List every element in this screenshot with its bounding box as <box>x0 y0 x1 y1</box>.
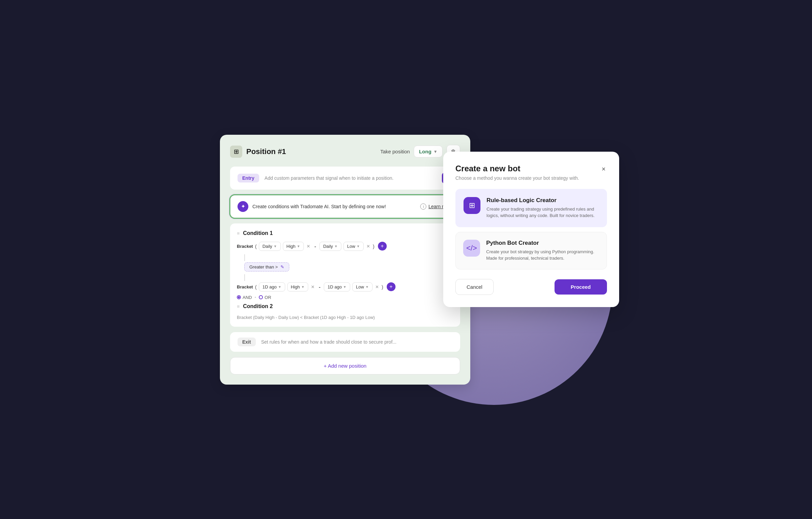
position-card: ⊞ Position #1 Take position Long ▼ 🗑 Ent… <box>220 135 470 385</box>
python-option[interactable]: </> Python Bot Creator Create your bot s… <box>455 232 607 269</box>
position-title-group: ⊞ Position #1 <box>230 146 286 158</box>
position-icon: ⊞ <box>230 146 242 158</box>
and-option[interactable]: AND <box>237 295 252 300</box>
condition2-expression: Bracket (Daily High - Daily Low) < Brack… <box>237 315 453 320</box>
minus-sign-1: - <box>314 243 316 249</box>
entry-section: Entry Add custom parameters that signal … <box>230 167 460 190</box>
add-chip-2[interactable]: + <box>387 282 396 291</box>
close-paren-1: ) <box>373 243 375 249</box>
chevron-icon: ▼ <box>297 244 300 248</box>
high-dropdown-1[interactable]: High ▼ <box>283 242 304 251</box>
close-icon: × <box>602 165 606 173</box>
and-or-group: AND • OR <box>237 295 453 300</box>
entry-header: Entry Add custom parameters that signal … <box>238 173 453 183</box>
position-title: Position #1 <box>246 147 286 156</box>
bracket-label-1: Bracket <box>237 244 253 249</box>
modal-header-text: Create a new bot Choose a method you wan… <box>455 164 579 181</box>
python-content: Python Bot Creator Create your bot strat… <box>486 240 599 262</box>
rule-based-option[interactable]: ⊞ Rule-based Logic Creator Create your t… <box>455 189 607 227</box>
rule-based-desc: Create your trading strategy using prede… <box>487 206 599 219</box>
connector-line-2 <box>244 274 245 281</box>
create-bot-modal: Create a new bot Choose a method you wan… <box>443 152 619 307</box>
ai-banner: ✦ Create conditions with Tradomate AI. S… <box>230 195 460 218</box>
take-position-label: Take position <box>380 149 410 154</box>
exit-badge[interactable]: Exit <box>238 338 256 346</box>
modal-subtitle: Choose a method you wanna create your bo… <box>455 175 579 181</box>
python-icon: </> <box>463 240 480 257</box>
greater-than-text: Greater than > <box>249 264 278 269</box>
bracket-label-2: Bracket <box>237 284 253 289</box>
remove-high-1[interactable]: ✕ <box>306 244 311 249</box>
greater-than-badge: Greater than > ✎ <box>244 262 289 272</box>
add-chip-1[interactable]: + <box>378 242 387 251</box>
python-title: Python Bot Creator <box>486 240 599 246</box>
chevron-icon: ▼ <box>278 285 281 289</box>
python-desc: Create your bot strategy by using Python… <box>486 248 599 262</box>
rule-based-content: Rule-based Logic Creator Create your tra… <box>487 197 599 219</box>
or-label: OR <box>265 295 271 300</box>
condition1-title: Condition 1 <box>243 230 273 236</box>
minus-sign-2: - <box>319 284 320 290</box>
high-dropdown-2[interactable]: High ▼ <box>287 282 309 291</box>
1d-ago-dropdown-1[interactable]: 1D ago ▼ <box>259 282 285 291</box>
long-label: Long <box>419 149 431 154</box>
chevron-icon: ▼ <box>274 244 277 248</box>
condition1-header: ≡ Condition 1 <box>237 230 453 236</box>
ai-banner-text: Create conditions with Tradomate AI. Sta… <box>252 204 386 209</box>
daily-dropdown-1[interactable]: Daily ▼ <box>259 242 281 251</box>
long-dropdown[interactable]: Long ▼ <box>414 146 443 157</box>
open-paren-1: ( <box>255 243 257 249</box>
modal-title: Create a new bot <box>455 164 579 173</box>
drag-handle-2-icon: ≡ <box>237 304 240 309</box>
entry-badge[interactable]: Entry <box>238 174 259 182</box>
info-icon: i <box>420 203 426 210</box>
rule-based-title: Rule-based Logic Creator <box>487 197 599 204</box>
modal-overlay: Create a new bot Choose a method you wan… <box>443 152 619 307</box>
chevron-icon: ▼ <box>301 285 304 289</box>
close-paren-2: ) <box>382 284 383 290</box>
low-dropdown-1[interactable]: Low ▼ <box>343 242 364 251</box>
1d-ago-dropdown-2[interactable]: 1D ago ▼ <box>324 282 350 291</box>
chevron-icon: ▼ <box>343 285 346 289</box>
chevron-icon: ▼ <box>357 244 360 248</box>
ai-sparkle-icon: ✦ <box>238 201 248 212</box>
bracket-row-2: Bracket ( 1D ago ▼ High ▼ ✕ - 1D ago ▼ L… <box>237 282 453 291</box>
position-header: ⊞ Position #1 Take position Long ▼ 🗑 <box>230 145 460 158</box>
or-radio[interactable] <box>259 295 263 299</box>
and-label: AND <box>243 295 252 300</box>
chevron-down-icon: ▼ <box>433 149 437 154</box>
rule-based-icon: ⊞ <box>464 197 480 214</box>
ai-banner-left: ✦ Create conditions with Tradomate AI. S… <box>238 201 386 212</box>
modal-footer: Cancel Proceed <box>455 279 607 295</box>
modal-header: Create a new bot Choose a method you wan… <box>455 164 607 181</box>
conditions-area: ≡ Condition 1 Bracket ( Daily ▼ High ▼ ✕… <box>230 223 460 327</box>
add-position-bar[interactable]: + Add new position <box>230 357 460 374</box>
proceed-button[interactable]: Proceed <box>555 279 607 295</box>
bracket-row-1: Bracket ( Daily ▼ High ▼ ✕ - Daily ▼ Low <box>237 242 453 251</box>
low-dropdown-2[interactable]: Low ▼ <box>352 282 373 291</box>
exit-description: Set rules for when and how a trade shoul… <box>261 339 397 345</box>
exit-section: Exit Set rules for when and how a trade … <box>230 332 460 352</box>
condition2-title: Condition 2 <box>243 303 273 309</box>
chevron-icon: ▼ <box>365 285 369 289</box>
edit-icon[interactable]: ✎ <box>280 264 284 269</box>
connector-line-1 <box>244 254 245 261</box>
and-radio[interactable] <box>237 295 241 299</box>
entry-description: Add custom parameters that signal when t… <box>265 175 442 181</box>
separator: • <box>254 295 256 300</box>
remove-high-2[interactable]: ✕ <box>310 284 315 289</box>
condition2-header: ≡ Condition 2 <box>237 303 453 309</box>
cancel-button[interactable]: Cancel <box>455 279 494 295</box>
remove-low-2[interactable]: ✕ <box>375 284 380 289</box>
drag-handle-icon: ≡ <box>237 231 240 236</box>
remove-low-1[interactable]: ✕ <box>366 244 371 249</box>
modal-close-button[interactable]: × <box>600 164 607 174</box>
or-option[interactable]: OR <box>259 295 271 300</box>
add-position-text: + Add new position <box>324 363 366 369</box>
chevron-icon: ▼ <box>334 244 338 248</box>
daily-dropdown-2[interactable]: Daily ▼ <box>319 242 341 251</box>
open-paren-2: ( <box>255 284 257 290</box>
